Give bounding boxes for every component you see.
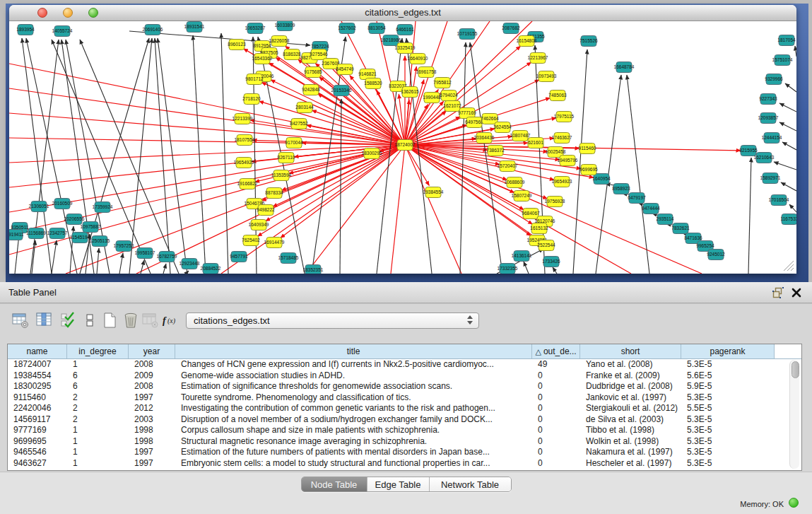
- table-cell[interactable]: Nakamura et al. (1997): [580, 447, 681, 458]
- table-cell[interactable]: Tibbo et al. (1998): [580, 425, 681, 436]
- selected-node[interactable]: 11353594: [271, 170, 292, 181]
- table-cell[interactable]: 5.3E-5: [681, 392, 775, 404]
- selected-node[interactable]: 2718120: [242, 94, 261, 105]
- selected-node[interactable]: 8186328: [283, 49, 301, 60]
- node[interactable]: 2935114: [657, 214, 674, 225]
- table-cell[interactable]: 1: [67, 425, 129, 436]
- table-cell[interactable]: 1: [67, 436, 129, 448]
- table-cell[interactable]: 0: [532, 436, 580, 448]
- node[interactable]: 1733426: [542, 257, 560, 267]
- table-cell[interactable]: 0: [532, 403, 580, 414]
- selected-node[interactable]: 16154808: [517, 36, 537, 47]
- selected-node[interactable]: 8960123: [228, 40, 246, 50]
- selected-node[interactable]: 6794024: [440, 90, 458, 101]
- citation-edge[interactable]: [470, 42, 502, 274]
- table-cell[interactable]: 2008: [129, 359, 175, 370]
- selected-node[interactable]: 1615132: [530, 223, 548, 234]
- table-cell[interactable]: 0: [532, 392, 580, 404]
- table-row[interactable]: 1872400712008Changes of HCN gene express…: [8, 359, 801, 370]
- citation-edge[interactable]: [789, 204, 796, 212]
- selected-node[interactable]: 12213399: [233, 114, 253, 124]
- node[interactable]: 20160509: [52, 199, 73, 209]
- selected-node[interactable]: 7955812: [433, 78, 452, 88]
- table-row[interactable]: 911546021997Tourette syndrome. Phenomeno…: [8, 392, 801, 404]
- citation-edge[interactable]: [163, 264, 166, 274]
- table-cell[interactable]: Jankovic et al. (1997): [580, 392, 681, 404]
- table-cell[interactable]: Dudbridge et al. (2008): [580, 381, 681, 392]
- node[interactable]: 10719155: [457, 29, 478, 40]
- table-cell[interactable]: 18300295: [8, 381, 67, 392]
- selected-node[interactable]: 621601: [528, 138, 543, 148]
- table-cell[interactable]: 9115460: [8, 392, 67, 404]
- node[interactable]: 6479197: [628, 193, 646, 204]
- citation-edge[interactable]: [141, 260, 144, 274]
- selected-node[interactable]: 8267110: [278, 153, 295, 163]
- selected-node[interactable]: 19654923: [552, 177, 572, 187]
- table-cell[interactable]: 9699695: [8, 436, 67, 448]
- node[interactable]: 1893954: [16, 25, 35, 35]
- selected-node[interactable]: 8454749: [336, 64, 354, 75]
- node[interactable]: 10975887: [81, 222, 101, 233]
- table-cell[interactable]: Embryonic stem cells: a model to study s…: [175, 458, 532, 469]
- table-cell[interactable]: 19384554: [8, 370, 67, 382]
- selected-node[interactable]: 1588520: [364, 78, 382, 89]
- table-cell[interactable]: 5.3E-5: [681, 425, 775, 436]
- table-cell[interactable]: 9463627: [8, 458, 67, 469]
- node[interactable]: 12444154: [762, 133, 782, 144]
- tab-node-table[interactable]: Node Table: [302, 477, 367, 491]
- node[interactable]: 9245012: [707, 250, 725, 260]
- node[interactable]: 11156869: [26, 228, 46, 239]
- selected-node[interactable]: 17975115: [554, 112, 575, 122]
- column-header-in_degree[interactable]: in_degree: [67, 344, 129, 358]
- table-cell[interactable]: 1997: [129, 447, 175, 458]
- selected-node[interactable]: 10973493: [536, 71, 557, 82]
- table-cell[interactable]: 49: [532, 359, 580, 370]
- table-row[interactable]: 977716911998Corpus callosum shape and si…: [8, 425, 801, 436]
- selected-node[interactable]: 16543362: [252, 54, 273, 64]
- selected-node[interactable]: 8427552: [290, 119, 308, 129]
- table-cell[interactable]: Stergiakouli et al. (2012): [580, 403, 681, 414]
- selected-node[interactable]: 19495796: [558, 156, 578, 166]
- citation-edge[interactable]: [129, 38, 152, 274]
- scrollbar-thumb[interactable]: [792, 361, 799, 378]
- table-cell[interactable]: 2: [67, 392, 129, 404]
- selected-node[interactable]: 10688609: [505, 177, 525, 188]
- node[interactable]: 12093857: [758, 113, 779, 124]
- show-columns-icon[interactable]: [35, 311, 54, 329]
- selected-node[interactable]: 16961758: [416, 67, 437, 78]
- column-header-name[interactable]: name: [8, 344, 67, 358]
- selected-node[interactable]: 18107554: [235, 135, 255, 146]
- table-cell[interactable]: 1998: [129, 425, 175, 436]
- selected-node[interactable]: 2522544: [537, 240, 555, 251]
- table-cell[interactable]: 2012: [129, 403, 175, 414]
- memory-status-indicator[interactable]: [789, 498, 799, 508]
- citation-edge[interactable]: [779, 103, 796, 112]
- table-cell[interactable]: Structural magnetic resonance image aver…: [175, 436, 532, 448]
- node[interactable]: 12505135: [90, 236, 110, 247]
- node[interactable]: 9474444: [642, 204, 660, 214]
- citation-edge-red[interactable]: [399, 94, 405, 145]
- table-cell[interactable]: 5.5E-5: [681, 403, 775, 414]
- node[interactable]: 16782759: [157, 252, 177, 262]
- table-cell[interactable]: 2: [67, 414, 129, 426]
- selected-node[interactable]: 1362615: [401, 87, 419, 98]
- citation-edge-red[interactable]: [259, 101, 405, 145]
- node[interactable]: 20206556: [64, 214, 85, 225]
- tab-edge-table[interactable]: Edge Table: [367, 477, 429, 491]
- node[interactable]: 16648784: [614, 62, 635, 73]
- tab-network-table[interactable]: Network Table: [429, 477, 511, 491]
- table-cell[interactable]: 2009: [129, 370, 175, 382]
- node[interactable]: 20884522: [201, 264, 221, 274]
- table-cell[interactable]: 1997: [129, 458, 175, 469]
- selected-node[interactable]: 18226058: [269, 36, 290, 47]
- node[interactable]: 15892971: [760, 173, 781, 184]
- table-cell[interactable]: Estimation of the future numbers of pati…: [175, 447, 532, 458]
- table-cell[interactable]: 6: [67, 381, 129, 392]
- table-cell[interactable]: 0: [532, 381, 580, 392]
- selected-node[interactable]: 9699695: [579, 165, 598, 175]
- table-cell[interactable]: 9465546: [8, 447, 67, 458]
- table-row[interactable]: 969969511998Structural magnetic resonanc…: [8, 436, 801, 448]
- table-cell[interactable]: Wolkin et al. (1998): [580, 436, 681, 448]
- node[interactable]: 15751074: [772, 55, 793, 66]
- table-cell[interactable]: Yano et al. (2008): [580, 359, 681, 370]
